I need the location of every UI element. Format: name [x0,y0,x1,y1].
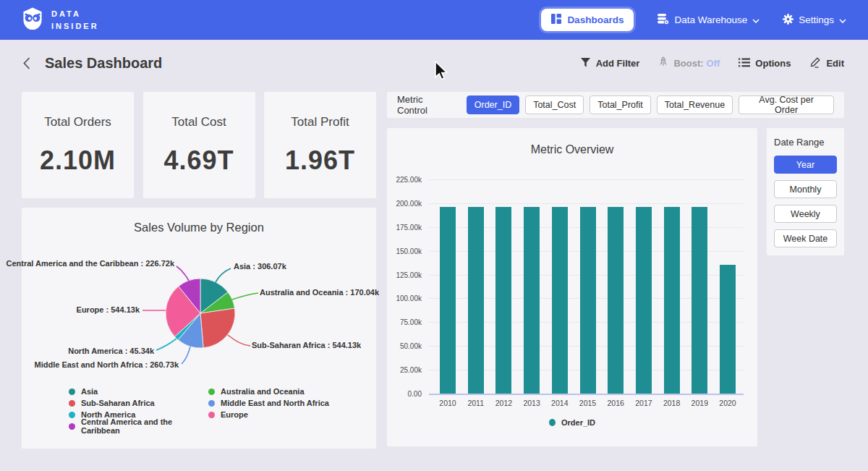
pie-leader-line [228,335,250,346]
list-icon [739,58,750,69]
legend-dot [208,412,215,418]
pie-leader-line [182,347,190,364]
nav-settings-label: Settings [799,14,834,25]
pie-label-sub-saharan-africa: Sub-Saharan Africa : 544.13k [252,341,361,349]
kpi-label: Total Profit [291,115,349,130]
bar-chart-legend: Order_ID [387,418,757,427]
x-axis-tick: 2019 [685,399,714,407]
pie-label-middle-east-and-north-africa: Middle East and North Africa : 260.73k [35,360,179,369]
rocket-icon [658,56,668,70]
bar-chart-card: Metric Overview Order_ID 225.00k200.00k1… [387,128,757,446]
legend-dot [208,389,215,395]
gear-icon [783,14,793,27]
boost-label: Boost: [673,58,703,69]
edit-button[interactable]: Edit [809,56,844,70]
kpi-value: 2.10M [40,145,116,176]
pie-label-australia-and-oceania: Australia and Oceania : 170.04k [260,288,379,297]
gridline [429,179,744,180]
back-button[interactable] [23,57,30,69]
metric-control-label: Metric Control [397,94,456,116]
boost-value: Off [707,58,720,69]
bar-2020[interactable] [720,265,736,394]
y-axis-tick: 225.00k [387,176,422,184]
pie-leader-line [156,339,176,350]
bar-2011[interactable] [468,207,484,394]
add-filter-button[interactable]: Add Filter [580,57,640,70]
legend-item-middle-east-and-north-africa[interactable]: Middle East and North Africa [208,397,329,409]
brand[interactable]: DATA INSIDER [22,7,99,33]
bar-2012[interactable] [495,207,511,394]
date-range-panel: Date Range YearMonthlyWeeklyWeek Date [767,128,844,255]
options-button[interactable]: Options [739,58,791,69]
nav-dashboards-label: Dashboards [567,14,624,25]
legend-dot [549,419,556,426]
pie-label-europe: Europe : 544.13k [77,305,140,314]
bar-2018[interactable] [664,207,680,394]
bar-chart-title: Metric Overview [387,128,757,156]
x-axis-tick: 2015 [574,399,603,407]
metric-button-total-cost[interactable]: Total_Cost [525,96,584,114]
x-axis-tick: 2013 [517,399,546,407]
y-axis-tick: 100.00k [387,294,422,302]
legend-dot [69,400,75,407]
y-axis-tick: 125.00k [387,271,422,279]
metric-button-total-profit[interactable]: Total_Profit [590,96,651,114]
page-title: Sales Dashboard [45,55,162,72]
bar-2016[interactable] [608,207,624,394]
y-axis-tick: 200.00k [387,199,422,207]
legend-label: Central America and the Caribbean [81,417,208,435]
legend-item-australia-and-oceania[interactable]: Australia and Oceania [208,386,329,397]
y-axis-tick: 25.00k [387,366,422,374]
date-range-label: Date Range [774,137,837,148]
legend-label: Sub-Saharan Africa [81,399,155,407]
bar-2019[interactable] [692,207,707,394]
date-range-buttons: YearMonthlyWeeklyWeek Date [774,156,837,247]
x-axis-tick: 2018 [658,399,686,407]
edit-label: Edit [826,58,844,69]
left-column: Total Orders 2.10M Total Cost 4.69T Tota… [22,92,376,449]
legend-item-sub-saharan-africa[interactable]: Sub-Saharan Africa [69,397,208,409]
bar-2017[interactable] [636,207,652,394]
y-axis-tick: 175.00k [387,223,422,231]
database-icon [657,13,669,27]
bar-2014[interactable] [552,207,568,394]
pie-leader-line [216,268,231,282]
pie-label-asia: Asia : 306.07k [234,262,286,271]
bar-2015[interactable] [580,207,596,394]
legend-dot [69,423,75,430]
nav-data-warehouse[interactable]: Data Warehouse [657,13,760,27]
pie-leader-line [232,293,258,300]
boost-toggle[interactable]: Boost: Off [658,56,720,70]
legend-item-central-america-and-the-caribbean[interactable]: Central America and the Caribbean [69,420,208,432]
legend-dot [69,389,75,395]
metric-button-order-id[interactable]: Order_ID [467,96,519,114]
kpi-label: Total Orders [44,115,111,130]
legend-item-europe[interactable]: Europe [208,409,329,420]
options-label: Options [755,58,791,69]
top-nav: DATA INSIDER Dashboards [0,0,868,40]
nav-data-warehouse-label: Data Warehouse [674,14,747,25]
pie-leader-line [176,266,189,281]
kpi-total-cost: Total Cost 4.69T [143,92,255,198]
pie-slice-sub-saharan-africa[interactable] [200,308,235,348]
date-range-button-weekly[interactable]: Weekly [774,205,837,223]
nav-dashboards-button[interactable]: Dashboards [541,9,634,31]
legend-item-asia[interactable]: Asia [69,386,208,397]
date-range-button-week-date[interactable]: Week Date [774,229,837,247]
y-axis-tick: 150.00k [387,247,422,255]
kpi-total-orders: Total Orders 2.10M [22,92,134,198]
pie-legend: AsiaSub-Saharan AfricaNorth AmericaCentr… [69,386,329,432]
nav-settings[interactable]: Settings [783,14,846,27]
metric-button-total-revenue[interactable]: Total_Revenue [657,96,733,114]
right-column: Metric Control Order_IDTotal_CostTotal_P… [387,92,844,446]
x-axis-tick: 2017 [629,399,658,407]
date-range-button-monthly[interactable]: Monthly [774,180,837,198]
metric-button-avg-cost-per-order[interactable]: Avg. Cost per Order [739,96,834,114]
legend-label: Order_ID [561,418,595,427]
owl-logo-icon [22,7,43,33]
bar-2013[interactable] [524,207,540,394]
date-range-button-year[interactable]: Year [774,156,837,174]
gridline [429,203,744,204]
y-axis-tick: 0.00 [387,390,422,398]
bar-2010[interactable] [440,207,456,394]
